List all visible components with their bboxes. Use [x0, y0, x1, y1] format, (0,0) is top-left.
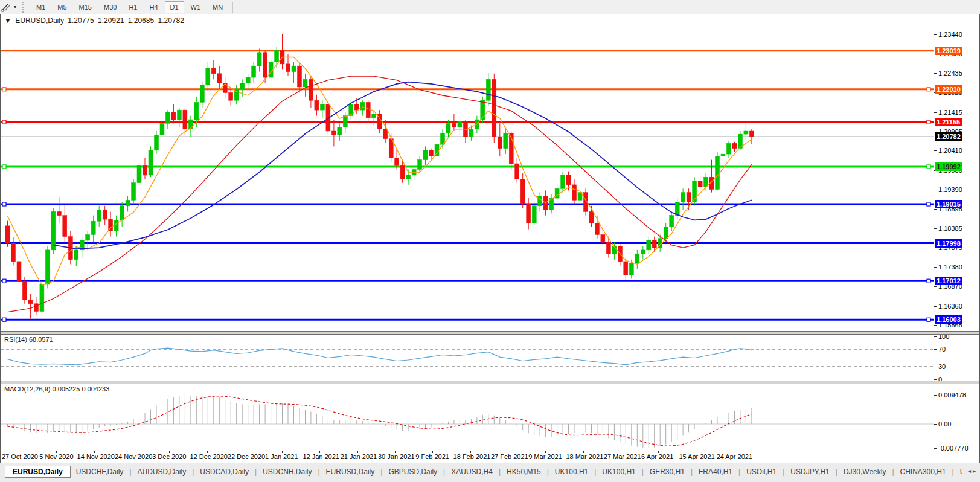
- chart-tab-u[interactable]: U: [955, 466, 962, 477]
- axis-tick-mark: [934, 424, 937, 425]
- ohlc-high: 1.20921: [98, 16, 124, 25]
- timeframe-button-mn[interactable]: MN: [207, 1, 228, 13]
- price-tick-label: 1.21415: [938, 108, 962, 117]
- chart-symbol-period: EURUSD,Daily: [15, 16, 64, 25]
- line-handle[interactable]: [927, 120, 930, 124]
- chevron-down-icon[interactable]: ▾: [14, 4, 16, 10]
- date-label: 9 Feb 2021: [415, 453, 449, 460]
- price-tick-label: 1.22435: [938, 69, 962, 77]
- date-label: 14 Nov 2020: [77, 453, 115, 460]
- macd-histogram: [8, 395, 752, 448]
- mt4-window: ▾ M1M5M15M30H1H4D1W1MN ▼ EURUSD,Daily 1.…: [0, 0, 980, 482]
- tab-scroll-right-icon[interactable]: ▸: [973, 468, 978, 474]
- level-price-badge: 1.23019: [935, 47, 962, 55]
- line-handle[interactable]: [2, 88, 6, 91]
- timeframe-button-m1[interactable]: M1: [31, 1, 51, 13]
- chart-tab-hk50-m15[interactable]: HK50,M15: [501, 466, 546, 477]
- chart-tab-usdcnh-daily[interactable]: USDCNH,Daily: [257, 466, 317, 477]
- draw-tool-icon[interactable]: [1, 2, 13, 13]
- axis-tick-mark: [934, 286, 937, 287]
- date-label: 12 Jan 2021: [303, 453, 339, 460]
- timeframe-button-w1[interactable]: W1: [185, 1, 207, 13]
- axis-tick-mark: [934, 112, 937, 113]
- line-handle[interactable]: [2, 318, 6, 321]
- rsi-line: [8, 348, 752, 365]
- date-label: 5 Nov 2020: [39, 453, 73, 460]
- line-handle[interactable]: [927, 88, 930, 91]
- axis-tick-mark: [934, 336, 937, 337]
- line-handle[interactable]: [927, 279, 930, 283]
- chart-tab-dj30-weekly[interactable]: DJ30,Weekly: [838, 466, 891, 477]
- chart-tab-usdchf-daily[interactable]: USDCHF,Daily: [71, 466, 129, 477]
- chart-window: ▼ EURUSD,Daily 1.20775 1.20921 1.20685 1…: [0, 14, 980, 463]
- date-label: 30 Jan 2021: [378, 453, 415, 460]
- axis-tick-mark: [934, 306, 937, 307]
- panel-splitter[interactable]: [1, 381, 979, 384]
- price-tick-label: 1.16360: [938, 302, 962, 310]
- axis-tick-mark: [934, 73, 937, 74]
- chart-tab-china300-h1[interactable]: CHINA300,H1: [895, 466, 952, 477]
- timeframe-button-m30[interactable]: M30: [98, 1, 122, 13]
- line-handle[interactable]: [2, 279, 6, 283]
- chart-tab-gbpusd-daily[interactable]: GBPUSD,Daily: [383, 466, 443, 477]
- chart-tab-usdjpy-h1[interactable]: USDJPY,H1: [785, 466, 834, 477]
- ohlc-low: 1.20685: [128, 16, 154, 25]
- chart-tabs: EURUSD,DailyUSDCHF,Daily|AUDUSD,Daily|US…: [5, 465, 962, 478]
- price-tick-label: 1.17380: [938, 263, 962, 271]
- axis-tick-mark: [934, 379, 937, 380]
- date-label: 6 Apr 2021: [641, 453, 673, 460]
- rsi-panel[interactable]: RSI(14) 68.0571: [1, 335, 934, 381]
- date-label: 27 Mar 2021: [604, 453, 641, 460]
- axis-tick-mark: [934, 190, 937, 190]
- tab-scroll-arrows[interactable]: ◂▸: [968, 468, 978, 474]
- chart-tab-fra40-h1[interactable]: FRA40,H1: [693, 466, 738, 477]
- axis-tick-mark: [934, 228, 937, 229]
- timeframe-button-h4[interactable]: H4: [144, 1, 163, 13]
- date-label: 27 Feb 2021: [491, 453, 528, 460]
- line-handle[interactable]: [2, 202, 6, 206]
- chart-tab-uk100-h1[interactable]: UK100,H1: [549, 466, 594, 477]
- panel-splitter[interactable]: [1, 331, 979, 335]
- chart-tab-usdcad-daily[interactable]: USDCAD,Daily: [194, 466, 254, 477]
- toolbar-grip[interactable]: [22, 2, 27, 13]
- axis-tick-mark: [934, 395, 937, 396]
- level-price-badge: 1.16003: [935, 315, 962, 324]
- line-handle[interactable]: [2, 120, 6, 124]
- date-label: 15 Apr 2021: [679, 453, 714, 460]
- macd-panel[interactable]: MACD(12,26,9) 0.005225 0.004233: [1, 384, 934, 451]
- rsi-tick-label: 30: [938, 362, 946, 371]
- tab-scroll-left-icon[interactable]: ◂: [968, 468, 973, 474]
- line-handle[interactable]: [2, 165, 6, 169]
- level-price-badge: 1.17012: [935, 277, 962, 285]
- date-label: 22 Dec 2020: [228, 453, 265, 460]
- candlestick-chart[interactable]: [1, 14, 934, 331]
- date-label: 9 Mar 2021: [528, 453, 562, 460]
- timeframe-button-m5[interactable]: M5: [52, 1, 72, 13]
- line-handle[interactable]: [927, 165, 930, 169]
- toolbar-separator: [232, 2, 233, 13]
- chart-tab-usoil-h1[interactable]: USOil,H1: [741, 466, 782, 477]
- level-price-badge: 1.22010: [935, 85, 962, 94]
- date-label: 12 Dec 2020: [190, 453, 228, 460]
- chart-tab-uk100-h1[interactable]: UK100,H1: [597, 466, 641, 477]
- timeframe-button-d1[interactable]: D1: [165, 1, 184, 13]
- date-axis[interactable]: 27 Oct 20205 Nov 202014 Nov 202024 Nov 2…: [1, 451, 979, 463]
- chart-tab-ger30-h1[interactable]: GER30,H1: [644, 466, 690, 477]
- date-label: 27 Oct 2020: [2, 453, 38, 460]
- chart-tab-eurusd-daily[interactable]: EURUSD,Daily: [5, 466, 71, 478]
- line-handle[interactable]: [927, 202, 930, 206]
- timeframe-button-m15[interactable]: M15: [74, 1, 97, 13]
- line-handle[interactable]: [927, 318, 930, 321]
- price-chart-panel[interactable]: [1, 14, 934, 331]
- timeframe-button-h1[interactable]: H1: [123, 1, 143, 13]
- axis-tick-mark: [934, 349, 937, 350]
- price-axis[interactable]: 1.234401.229301.224351.219251.214151.209…: [934, 14, 979, 451]
- level-price-badge: 1.17998: [935, 239, 962, 248]
- chart-tab-eurusd-daily[interactable]: EURUSD,Daily: [321, 466, 380, 477]
- collapse-arrow-icon[interactable]: ▼: [4, 16, 11, 25]
- axis-tick-mark: [934, 267, 937, 268]
- chart-title: ▼ EURUSD,Daily 1.20775 1.20921 1.20685 1…: [4, 16, 186, 25]
- rsi-tick-label: 70: [938, 345, 946, 353]
- chart-tab-xauusd-h4[interactable]: XAUUSD,H4: [446, 466, 498, 477]
- chart-tab-audusd-daily[interactable]: AUDUSD,Daily: [132, 466, 192, 477]
